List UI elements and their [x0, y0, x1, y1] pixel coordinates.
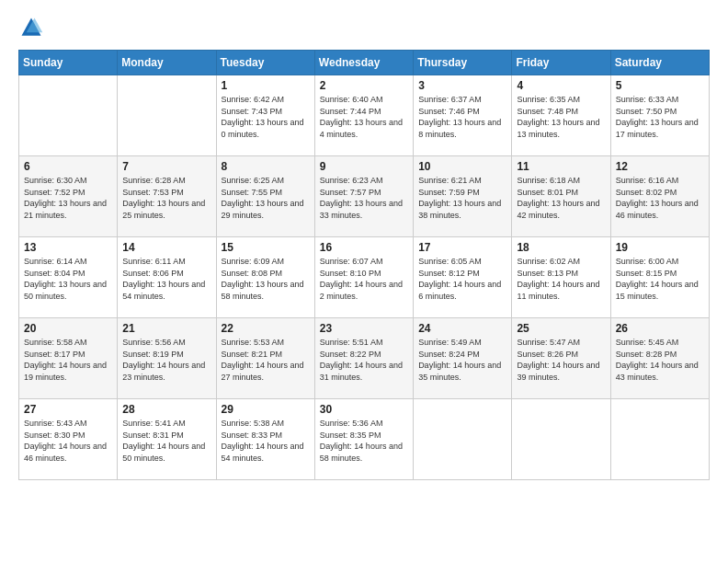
day-number: 29: [222, 403, 310, 416]
day-number: 1: [222, 79, 310, 92]
day-info: Sunrise: 5:36 AM Sunset: 8:35 PM Dayligh…: [320, 418, 408, 464]
day-info: Sunrise: 6:11 AM Sunset: 8:06 PM Dayligh…: [122, 256, 210, 302]
calendar-week-2: 6Sunrise: 6:30 AM Sunset: 7:52 PM Daylig…: [19, 156, 710, 237]
day-info: Sunrise: 6:18 AM Sunset: 8:01 PM Dayligh…: [517, 175, 605, 221]
calendar-cell: [610, 399, 709, 480]
calendar-cell: 6Sunrise: 6:30 AM Sunset: 7:52 PM Daylig…: [19, 156, 118, 237]
calendar-cell: 17Sunrise: 6:05 AM Sunset: 8:12 PM Dayli…: [414, 237, 512, 318]
weekday-header-row: SundayMondayTuesdayWednesdayThursdayFrid…: [19, 51, 710, 75]
day-number: 23: [320, 322, 408, 335]
day-info: Sunrise: 5:45 AM Sunset: 8:28 PM Dayligh…: [616, 337, 704, 383]
day-number: 7: [122, 160, 210, 173]
calendar-cell: 3Sunrise: 6:37 AM Sunset: 7:46 PM Daylig…: [414, 75, 512, 156]
calendar-cell: 25Sunrise: 5:47 AM Sunset: 8:26 PM Dayli…: [512, 318, 610, 399]
weekday-header-friday: Friday: [512, 51, 610, 75]
day-info: Sunrise: 5:41 AM Sunset: 8:31 PM Dayligh…: [122, 418, 210, 464]
calendar-cell: [118, 75, 216, 156]
calendar-cell: 1Sunrise: 6:42 AM Sunset: 7:43 PM Daylig…: [216, 75, 314, 156]
day-info: Sunrise: 6:00 AM Sunset: 8:15 PM Dayligh…: [616, 256, 704, 302]
calendar-cell: [19, 75, 118, 156]
day-info: Sunrise: 6:40 AM Sunset: 7:44 PM Dayligh…: [320, 94, 408, 140]
day-number: 5: [616, 79, 704, 92]
day-info: Sunrise: 6:42 AM Sunset: 7:43 PM Dayligh…: [222, 94, 310, 140]
calendar-table: SundayMondayTuesdayWednesdayThursdayFrid…: [18, 50, 710, 480]
calendar-cell: 24Sunrise: 5:49 AM Sunset: 8:24 PM Dayli…: [414, 318, 512, 399]
day-number: 18: [517, 241, 605, 254]
page: SundayMondayTuesdayWednesdayThursdayFrid…: [0, 0, 728, 563]
calendar-cell: 20Sunrise: 5:58 AM Sunset: 8:17 PM Dayli…: [19, 318, 118, 399]
calendar-cell: 30Sunrise: 5:36 AM Sunset: 8:35 PM Dayli…: [314, 399, 413, 480]
calendar-cell: 26Sunrise: 5:45 AM Sunset: 8:28 PM Dayli…: [610, 318, 709, 399]
calendar-cell: 5Sunrise: 6:33 AM Sunset: 7:50 PM Daylig…: [610, 75, 709, 156]
calendar-cell: 11Sunrise: 6:18 AM Sunset: 8:01 PM Dayli…: [512, 156, 610, 237]
calendar-cell: 2Sunrise: 6:40 AM Sunset: 7:44 PM Daylig…: [314, 75, 413, 156]
weekday-header-sunday: Sunday: [19, 51, 118, 75]
day-number: 20: [24, 322, 112, 335]
day-info: Sunrise: 5:58 AM Sunset: 8:17 PM Dayligh…: [24, 337, 112, 383]
calendar-cell: 15Sunrise: 6:09 AM Sunset: 8:08 PM Dayli…: [216, 237, 314, 318]
calendar-week-4: 20Sunrise: 5:58 AM Sunset: 8:17 PM Dayli…: [19, 318, 710, 399]
day-number: 21: [122, 322, 210, 335]
day-info: Sunrise: 6:30 AM Sunset: 7:52 PM Dayligh…: [24, 175, 112, 221]
calendar-cell: 16Sunrise: 6:07 AM Sunset: 8:10 PM Dayli…: [314, 237, 413, 318]
day-number: 6: [24, 160, 112, 173]
calendar-week-3: 13Sunrise: 6:14 AM Sunset: 8:04 PM Dayli…: [19, 237, 710, 318]
day-info: Sunrise: 6:05 AM Sunset: 8:12 PM Dayligh…: [418, 256, 506, 302]
calendar-cell: 19Sunrise: 6:00 AM Sunset: 8:15 PM Dayli…: [610, 237, 709, 318]
logo-icon: [18, 15, 44, 40]
day-number: 15: [222, 241, 310, 254]
day-info: Sunrise: 6:28 AM Sunset: 7:53 PM Dayligh…: [122, 175, 210, 221]
day-number: 25: [517, 322, 605, 335]
calendar-cell: 9Sunrise: 6:23 AM Sunset: 7:57 PM Daylig…: [314, 156, 413, 237]
weekday-header-tuesday: Tuesday: [216, 51, 314, 75]
day-info: Sunrise: 6:35 AM Sunset: 7:48 PM Dayligh…: [517, 94, 605, 140]
day-info: Sunrise: 5:47 AM Sunset: 8:26 PM Dayligh…: [517, 337, 605, 383]
day-number: 3: [418, 79, 506, 92]
day-number: 17: [418, 241, 506, 254]
day-info: Sunrise: 6:09 AM Sunset: 8:08 PM Dayligh…: [222, 256, 310, 302]
day-number: 26: [616, 322, 704, 335]
day-number: 22: [222, 322, 310, 335]
day-number: 14: [122, 241, 210, 254]
calendar-cell: [512, 399, 610, 480]
day-info: Sunrise: 5:56 AM Sunset: 8:19 PM Dayligh…: [122, 337, 210, 383]
day-number: 27: [24, 403, 112, 416]
calendar-cell: 23Sunrise: 5:51 AM Sunset: 8:22 PM Dayli…: [314, 318, 413, 399]
day-info: Sunrise: 6:23 AM Sunset: 7:57 PM Dayligh…: [320, 175, 408, 221]
day-number: 9: [320, 160, 408, 173]
weekday-header-thursday: Thursday: [414, 51, 512, 75]
weekday-header-saturday: Saturday: [610, 51, 709, 75]
day-info: Sunrise: 6:14 AM Sunset: 8:04 PM Dayligh…: [24, 256, 112, 302]
day-number: 12: [616, 160, 704, 173]
calendar-cell: 29Sunrise: 5:38 AM Sunset: 8:33 PM Dayli…: [216, 399, 314, 480]
calendar-cell: 22Sunrise: 5:53 AM Sunset: 8:21 PM Dayli…: [216, 318, 314, 399]
day-info: Sunrise: 6:37 AM Sunset: 7:46 PM Dayligh…: [418, 94, 506, 140]
day-number: 28: [122, 403, 210, 416]
calendar-cell: [414, 399, 512, 480]
day-info: Sunrise: 5:51 AM Sunset: 8:22 PM Dayligh…: [320, 337, 408, 383]
calendar-cell: 27Sunrise: 5:43 AM Sunset: 8:30 PM Dayli…: [19, 399, 118, 480]
day-info: Sunrise: 6:25 AM Sunset: 7:55 PM Dayligh…: [222, 175, 310, 221]
day-info: Sunrise: 5:49 AM Sunset: 8:24 PM Dayligh…: [418, 337, 506, 383]
calendar-cell: 28Sunrise: 5:41 AM Sunset: 8:31 PM Dayli…: [118, 399, 216, 480]
calendar-cell: 10Sunrise: 6:21 AM Sunset: 7:59 PM Dayli…: [414, 156, 512, 237]
day-info: Sunrise: 5:38 AM Sunset: 8:33 PM Dayligh…: [222, 418, 310, 464]
day-info: Sunrise: 6:07 AM Sunset: 8:10 PM Dayligh…: [320, 256, 408, 302]
weekday-header-monday: Monday: [118, 51, 216, 75]
day-number: 19: [616, 241, 704, 254]
day-info: Sunrise: 6:33 AM Sunset: 7:50 PM Dayligh…: [616, 94, 704, 140]
day-info: Sunrise: 6:16 AM Sunset: 8:02 PM Dayligh…: [616, 175, 704, 221]
header: [18, 15, 710, 40]
calendar-cell: 18Sunrise: 6:02 AM Sunset: 8:13 PM Dayli…: [512, 237, 610, 318]
calendar-cell: 13Sunrise: 6:14 AM Sunset: 8:04 PM Dayli…: [19, 237, 118, 318]
calendar-cell: 8Sunrise: 6:25 AM Sunset: 7:55 PM Daylig…: [216, 156, 314, 237]
calendar-week-1: 1Sunrise: 6:42 AM Sunset: 7:43 PM Daylig…: [19, 75, 710, 156]
calendar-cell: 14Sunrise: 6:11 AM Sunset: 8:06 PM Dayli…: [118, 237, 216, 318]
day-info: Sunrise: 6:02 AM Sunset: 8:13 PM Dayligh…: [517, 256, 605, 302]
calendar-cell: 12Sunrise: 6:16 AM Sunset: 8:02 PM Dayli…: [610, 156, 709, 237]
calendar-week-5: 27Sunrise: 5:43 AM Sunset: 8:30 PM Dayli…: [19, 399, 710, 480]
calendar-cell: 7Sunrise: 6:28 AM Sunset: 7:53 PM Daylig…: [118, 156, 216, 237]
day-number: 13: [24, 241, 112, 254]
day-number: 30: [320, 403, 408, 416]
day-number: 10: [418, 160, 506, 173]
